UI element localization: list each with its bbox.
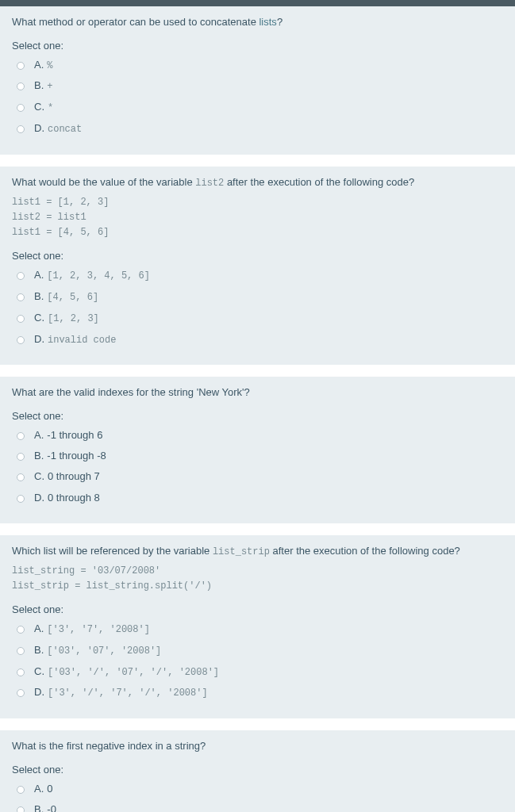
option-value: 0 through 8: [48, 491, 100, 505]
select-one-label: Select one:: [12, 603, 503, 615]
option-value: -1 through -8: [47, 449, 106, 463]
radio-a[interactable]: [17, 626, 25, 634]
option-value: -0: [47, 802, 56, 812]
option-letter: B.: [34, 289, 44, 304]
question-text-pre: Which list will be referenced by the var…: [12, 545, 213, 557]
radio-b[interactable]: [17, 806, 25, 812]
radio-a[interactable]: [17, 272, 25, 280]
option-value: 0 through 7: [48, 469, 100, 484]
radio-c[interactable]: [17, 473, 25, 481]
option-letter: B.: [34, 643, 44, 657]
question-text: What is the first negative index in a st…: [12, 738, 503, 754]
option-d[interactable]: D. concat: [17, 121, 503, 136]
option-letter: A.: [34, 268, 44, 282]
option-letter: A.: [34, 782, 44, 796]
option-value: -1 through 6: [47, 428, 102, 442]
option-c[interactable]: C. ['03', '/', '07', '/', '2008']: [17, 665, 503, 680]
option-letter: D.: [34, 491, 44, 505]
lists-link[interactable]: lists: [259, 16, 276, 28]
radio-c[interactable]: [17, 104, 25, 112]
option-c[interactable]: C. 0 through 7: [17, 469, 503, 484]
option-a[interactable]: A. [1, 2, 3, 4, 5, 6]: [17, 268, 503, 283]
radio-a[interactable]: [17, 432, 25, 440]
question-var: list2: [195, 178, 224, 189]
option-value: 0: [47, 782, 52, 796]
question-2: What would be the value of the variable …: [0, 167, 515, 366]
option-letter: B.: [34, 802, 44, 812]
option-b[interactable]: B. [4, 5, 6]: [17, 289, 503, 304]
radio-a[interactable]: [17, 62, 25, 70]
question-5: What is the first negative index in a st…: [0, 730, 515, 812]
select-one-label: Select one:: [12, 764, 503, 776]
radio-d[interactable]: [17, 689, 25, 697]
option-b[interactable]: B. +: [17, 79, 503, 94]
option-value: [1, 2, 3]: [48, 312, 99, 326]
option-value: concat: [48, 123, 82, 136]
option-d[interactable]: D. 0 through 8: [17, 491, 503, 505]
option-letter: A.: [34, 58, 44, 72]
radio-b[interactable]: [17, 82, 25, 90]
select-one-label: Select one:: [12, 250, 503, 262]
question-var: list_strip: [213, 546, 270, 557]
option-letter: D.: [34, 685, 44, 699]
radio-a[interactable]: [17, 786, 25, 794]
option-value: *: [48, 102, 53, 115]
question-text: What are the valid indexes for the strin…: [12, 385, 503, 400]
option-letter: A.: [34, 622, 44, 636]
option-a[interactable]: A. %: [17, 58, 503, 73]
option-value: +: [47, 80, 52, 94]
option-c[interactable]: C. [1, 2, 3]: [17, 311, 503, 326]
option-d[interactable]: D. ['3', '/', '7', '/', '2008']: [17, 685, 503, 700]
option-d[interactable]: D. invalid code: [17, 332, 503, 347]
radio-d[interactable]: [17, 125, 25, 133]
option-letter: D.: [34, 121, 44, 136]
option-a[interactable]: A. 0: [17, 782, 503, 796]
question-text: What method or operator can be used to c…: [12, 14, 503, 30]
code-block: list1 = [1, 2, 3] list2 = list1 list1 = …: [12, 195, 503, 241]
option-value: %: [47, 59, 52, 73]
option-value: ['03', '/', '07', '/', '2008']: [48, 666, 219, 680]
select-one-label: Select one:: [12, 410, 503, 422]
option-value: ['3', '7', '2008']: [47, 623, 150, 637]
option-letter: C.: [34, 665, 44, 679]
question-text-post: after the execution of the following cod…: [270, 545, 460, 557]
question-text-pre: What would be the value of the variable: [12, 176, 195, 188]
option-b[interactable]: B. -1 through -8: [17, 449, 503, 463]
radio-b[interactable]: [17, 647, 25, 655]
question-1: What method or operator can be used to c…: [0, 6, 515, 155]
select-one-label: Select one:: [12, 40, 503, 52]
radio-c[interactable]: [17, 315, 25, 323]
option-letter: B.: [34, 79, 44, 93]
question-text-pre: What method or operator can be used to c…: [12, 16, 259, 28]
code-block: list_string = '03/07/2008' list_strip = …: [12, 564, 503, 594]
top-bar: [0, 0, 515, 6]
radio-d[interactable]: [17, 495, 25, 503]
option-letter: C.: [34, 100, 44, 114]
option-value: ['3', '/', '7', '/', '2008']: [48, 687, 208, 700]
question-text-post: after the execution of the following cod…: [224, 176, 414, 188]
radio-c[interactable]: [17, 668, 25, 676]
option-b[interactable]: B. -0: [17, 802, 503, 812]
question-text: Which list will be referenced by the var…: [12, 543, 503, 559]
option-b[interactable]: B. ['03', '07', '2008']: [17, 643, 503, 658]
question-3: What are the valid indexes for the strin…: [0, 377, 515, 523]
option-letter: B.: [34, 449, 44, 463]
radio-b[interactable]: [17, 453, 25, 461]
radio-d[interactable]: [17, 336, 25, 344]
option-letter: A.: [34, 428, 44, 442]
option-letter: C.: [34, 311, 44, 325]
option-a[interactable]: A. -1 through 6: [17, 428, 503, 442]
option-a[interactable]: A. ['3', '7', '2008']: [17, 622, 503, 637]
option-value: ['03', '07', '2008']: [47, 645, 161, 658]
question-text-post: ?: [277, 16, 282, 28]
option-value: [4, 5, 6]: [47, 291, 98, 304]
question-4: Which list will be referenced by the var…: [0, 535, 515, 719]
option-value: invalid code: [48, 334, 116, 347]
option-c[interactable]: C. *: [17, 100, 503, 115]
option-letter: C.: [34, 469, 44, 484]
radio-b[interactable]: [17, 293, 25, 301]
option-value: [1, 2, 3, 4, 5, 6]: [47, 270, 150, 283]
question-text: What would be the value of the variable …: [12, 174, 503, 190]
option-letter: D.: [34, 332, 44, 347]
